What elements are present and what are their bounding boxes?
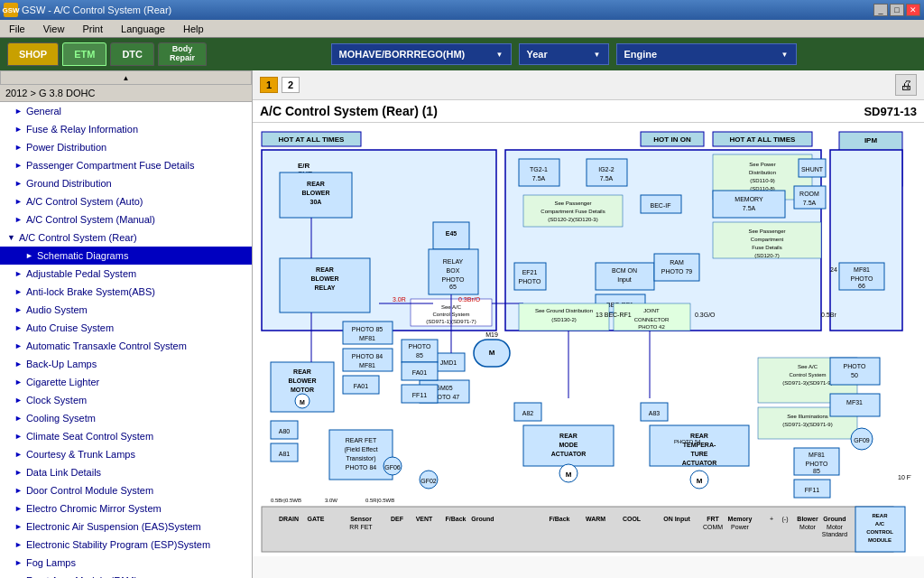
close-button[interactable]: ✕ [906,4,920,16]
sidebar-item-eas[interactable]: ► Electronic Air Suspension (EAS)System [0,517,252,536]
svg-text:30A: 30A [310,199,322,205]
svg-text:WARM: WARM [586,516,605,522]
menu-print[interactable]: Print [77,22,108,36]
svg-text:See Illuminations: See Illuminations [787,414,828,419]
svg-text:MOTOR: MOTOR [291,387,314,393]
title-bar: GSW GSW - A/C Control System (Rear) _ □ … [0,0,924,20]
svg-text:REAR: REAR [872,513,888,518]
svg-text:See A/C: See A/C [798,364,818,369]
svg-text:(Field Effect: (Field Effect [344,446,377,453]
menu-file[interactable]: File [4,22,31,36]
sidebar-item-data-link[interactable]: ► Data Link Details [0,463,252,481]
sidebar-item-courtesy-trunk[interactable]: ► Courtesy & Trunk Lamps [0,445,252,463]
sidebar-item-ac-rear[interactable]: ▼ A/C Control System (Rear) [0,228,252,247]
menu-view[interactable]: View [38,22,70,36]
sidebar-item-door-control[interactable]: ► Door Control Module System [0,481,252,499]
svg-text:CONNECTOR: CONNECTOR [634,317,670,322]
sidebar-item-clock[interactable]: ► Clock System [0,391,252,409]
menu-language[interactable]: Language [116,22,171,36]
tab-body-repair[interactable]: BodyRepair [158,42,207,66]
sidebar-item-auto-cruise[interactable]: ► Auto Cruise System [0,319,252,337]
sidebar-item-ground-dist[interactable]: ► Ground Distribution [0,174,252,192]
page-1-button[interactable]: 1 [260,77,278,93]
svg-text:0.5R|0.5WB: 0.5R|0.5WB [365,498,394,503]
svg-text:See Passenger: See Passenger [748,228,785,234]
sidebar-item-cigarette[interactable]: ► Cigarette Lighter [0,373,252,391]
menu-help[interactable]: Help [178,22,209,36]
engine-selector[interactable]: Engine ▼ [616,43,797,65]
svg-text:PHOTO: PHOTO [442,276,465,283]
tab-shop[interactable]: SHOP [7,42,59,66]
print-button[interactable]: 🖨 [895,74,917,96]
schematic-diagram: HOT AT ALL TIMES HOT IN ON HOT AT ALL TI… [253,123,924,556]
title-bar-left: GSW GSW - A/C Control System (Rear) [4,3,171,17]
maximize-button[interactable]: □ [890,4,904,16]
svg-text:65: 65 [449,284,457,290]
svg-text:0.5Br: 0.5Br [821,312,836,318]
svg-text:A83: A83 [649,410,661,416]
sidebar-item-pax-fuse[interactable]: ► Passenger Compartment Fuse Details [0,156,252,174]
sidebar-item-climate-seat[interactable]: ► Climate Seat Control System [0,427,252,445]
svg-text:IG2-2: IG2-2 [598,166,614,172]
svg-text:Motor: Motor [799,524,817,530]
sidebar-item-fuse-relay[interactable]: ► Fuse & Relay Information [0,120,252,138]
svg-text:(SD120-7): (SD120-7) [754,253,780,258]
svg-text:85: 85 [416,352,423,359]
svg-text:DRAIN: DRAIN [279,516,299,522]
sidebar-item-abs[interactable]: ► Anti-lock Brake System(ABS) [0,283,252,301]
svg-text:HOT AT ALL TIMES: HOT AT ALL TIMES [730,135,797,144]
svg-text:REAR: REAR [293,368,311,375]
year-selector[interactable]: Year ▼ [519,43,609,65]
sidebar-item-esp[interactable]: ► Electronic Stability Program (ESP)Syst… [0,536,252,554]
svg-text:MEMORY: MEMORY [735,196,763,202]
svg-text:A/C: A/C [875,521,885,527]
sidebar-item-ac-auto[interactable]: ► A/C Control System (Auto) [0,192,252,210]
svg-text:Sensor: Sensor [350,516,372,522]
svg-text:ROOM: ROOM [799,191,819,197]
sidebar-item-cooling[interactable]: ► Cooling Sysetm [0,409,252,427]
svg-text:PHOTO: PHOTO [409,343,431,350]
sidebar-item-adj-pedal[interactable]: ► Adjustable Pedal System [0,265,252,283]
sidebar-item-schematic-diagrams[interactable]: ► Schematic Diagrams [0,247,252,265]
tab-dtc[interactable]: DTC [110,42,154,66]
sidebar-item-audio[interactable]: ► Audio System [0,301,252,319]
svg-text:MF81: MF81 [359,335,375,341]
svg-text:COOL: COOL [623,516,642,522]
page-2-button[interactable]: 2 [282,77,300,93]
svg-text:MF81: MF81 [808,452,825,458]
svg-text:HOT IN ON: HOT IN ON [653,135,691,144]
minimize-button[interactable]: _ [873,4,888,16]
tab-etm[interactable]: ETM [62,42,106,66]
svg-text:50: 50 [851,372,858,378]
svg-text:BLOWER: BLOWER [288,378,316,384]
svg-text:A81: A81 [279,451,291,457]
sidebar-scroll-up[interactable]: ▲ [0,70,252,85]
sidebar-item-power-dist[interactable]: ► Power Distribution [0,138,252,156]
svg-text:MF31: MF31 [846,399,863,406]
vehicle-selector[interactable]: MOHAVE/BORRREGO(HM) ▼ [331,43,512,65]
sidebar-item-transaxle[interactable]: ► Automatic Transaxle Control System [0,337,252,355]
svg-text:PHOTO: PHOTO [844,363,866,369]
svg-rect-35 [519,159,559,186]
sidebar-item-general[interactable]: ► General [0,102,252,120]
sidebar-item-ac-manual[interactable]: ► A/C Control System (Manual) [0,210,252,228]
svg-text:7.5A: 7.5A [803,200,817,206]
sidebar: ▲ 2012 > G 3.8 DOHC ► General ► Fuse & R… [0,70,253,578]
svg-text:+: + [770,516,773,522]
svg-text:REAR: REAR [559,433,578,439]
sidebar-item-backup-lamps[interactable]: ► Back-Up Lamps [0,355,252,373]
toolbar: SHOP ETM DTC BodyRepair MOHAVE/BORRREGO(… [0,38,924,70]
sidebar-item-fam[interactable]: ► Front Area Module (FAM) [0,572,252,578]
svg-text:See Power: See Power [749,162,775,167]
diagram-code: SD971-13 [864,105,917,118]
svg-text:BEC-IF: BEC-IF [651,202,671,209]
diagram-area: 1 2 🖨 A/C Control System (Rear) (1) SD97… [253,70,924,578]
sidebar-item-electro-mirror[interactable]: ► Electro Chromic Mirror System [0,499,252,517]
svg-text:MF81: MF81 [854,266,870,273]
sidebar-item-fog-lamps[interactable]: ► Fog Lamps [0,554,252,572]
svg-text:Ground: Ground [471,516,494,522]
svg-text:RELAY: RELAY [443,258,464,265]
svg-text:REAR FET: REAR FET [346,437,377,443]
svg-text:PHOTO 54: PHOTO 54 [674,439,701,444]
svg-text:M: M [489,349,495,357]
